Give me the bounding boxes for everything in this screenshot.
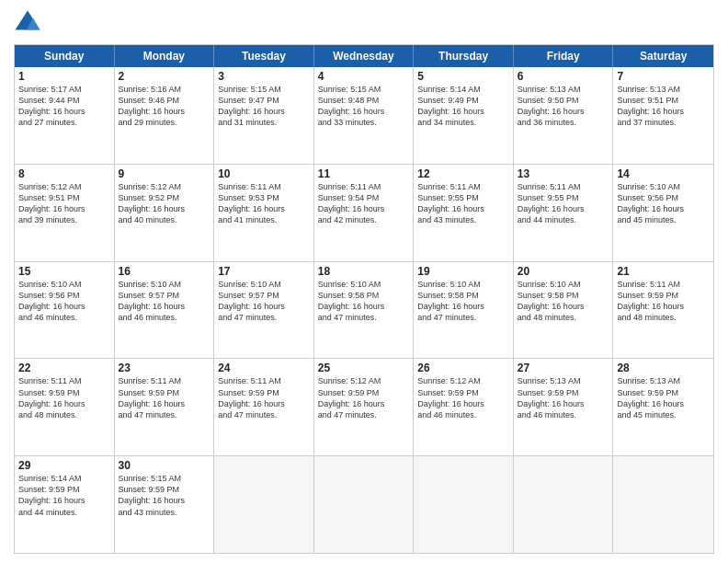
cell-info: Sunrise: 5:11 AM Sunset: 9:59 PM Dayligh… xyxy=(18,375,110,420)
cell-info: Sunrise: 5:10 AM Sunset: 9:58 PM Dayligh… xyxy=(318,279,410,324)
calendar: SundayMondayTuesdayWednesdayThursdayFrid… xyxy=(14,44,714,554)
day-number: 22 xyxy=(18,362,110,374)
logo-icon xyxy=(14,9,41,37)
cell-info: Sunrise: 5:11 AM Sunset: 9:55 PM Dayligh… xyxy=(417,181,509,226)
calendar-body: 1Sunrise: 5:17 AM Sunset: 9:44 PM Daylig… xyxy=(15,67,713,553)
cell-info: Sunrise: 5:11 AM Sunset: 9:59 PM Dayligh… xyxy=(617,279,710,324)
calendar-cell: 13Sunrise: 5:11 AM Sunset: 9:55 PM Dayli… xyxy=(514,165,614,261)
cell-info: Sunrise: 5:17 AM Sunset: 9:44 PM Dayligh… xyxy=(18,84,110,129)
header-day-friday: Friday xyxy=(514,45,614,67)
cell-info: Sunrise: 5:10 AM Sunset: 9:57 PM Dayligh… xyxy=(218,279,310,324)
cell-info: Sunrise: 5:11 AM Sunset: 9:53 PM Dayligh… xyxy=(218,181,310,226)
day-number: 14 xyxy=(617,167,710,180)
day-number: 28 xyxy=(617,362,710,374)
calendar-cell: 10Sunrise: 5:11 AM Sunset: 9:53 PM Dayli… xyxy=(214,165,314,261)
calendar-cell: 23Sunrise: 5:11 AM Sunset: 9:59 PM Dayli… xyxy=(115,359,215,455)
cell-info: Sunrise: 5:10 AM Sunset: 9:56 PM Dayligh… xyxy=(617,181,710,226)
calendar-cell: 26Sunrise: 5:12 AM Sunset: 9:59 PM Dayli… xyxy=(414,359,514,455)
calendar-cell: 1Sunrise: 5:17 AM Sunset: 9:44 PM Daylig… xyxy=(15,67,115,164)
calendar-cell: 6Sunrise: 5:13 AM Sunset: 9:50 PM Daylig… xyxy=(514,67,614,164)
calendar-cell: 4Sunrise: 5:15 AM Sunset: 9:48 PM Daylig… xyxy=(314,67,415,164)
calendar-cell: 3Sunrise: 5:15 AM Sunset: 9:47 PM Daylig… xyxy=(214,67,314,164)
calendar-cell: 14Sunrise: 5:10 AM Sunset: 9:56 PM Dayli… xyxy=(613,165,713,261)
day-number: 30 xyxy=(119,459,210,472)
calendar-row-1: 1Sunrise: 5:17 AM Sunset: 9:44 PM Daylig… xyxy=(15,67,713,165)
day-number: 25 xyxy=(318,362,410,374)
calendar-cell: 9Sunrise: 5:12 AM Sunset: 9:52 PM Daylig… xyxy=(115,165,215,261)
cell-info: Sunrise: 5:10 AM Sunset: 9:57 PM Dayligh… xyxy=(119,279,210,324)
calendar-cell xyxy=(214,456,314,553)
calendar-cell: 15Sunrise: 5:10 AM Sunset: 9:56 PM Dayli… xyxy=(15,262,115,359)
calendar-cell: 8Sunrise: 5:12 AM Sunset: 9:51 PM Daylig… xyxy=(15,165,115,261)
cell-info: Sunrise: 5:12 AM Sunset: 9:59 PM Dayligh… xyxy=(318,375,410,420)
day-number: 12 xyxy=(417,167,509,180)
calendar-cell: 18Sunrise: 5:10 AM Sunset: 9:58 PM Dayli… xyxy=(314,262,415,359)
day-number: 11 xyxy=(318,167,410,180)
cell-info: Sunrise: 5:15 AM Sunset: 9:59 PM Dayligh… xyxy=(119,473,210,518)
day-number: 13 xyxy=(518,167,609,180)
day-number: 4 xyxy=(318,70,410,83)
cell-info: Sunrise: 5:10 AM Sunset: 9:58 PM Dayligh… xyxy=(518,279,609,324)
logo xyxy=(14,9,45,37)
calendar-row-2: 8Sunrise: 5:12 AM Sunset: 9:51 PM Daylig… xyxy=(15,165,713,262)
calendar-cell: 2Sunrise: 5:16 AM Sunset: 9:46 PM Daylig… xyxy=(115,67,215,164)
calendar-cell xyxy=(514,456,614,553)
cell-info: Sunrise: 5:12 AM Sunset: 9:59 PM Dayligh… xyxy=(417,375,509,420)
day-number: 18 xyxy=(318,265,410,278)
cell-info: Sunrise: 5:12 AM Sunset: 9:52 PM Dayligh… xyxy=(119,181,210,226)
day-number: 10 xyxy=(218,167,310,180)
calendar-cell: 27Sunrise: 5:13 AM Sunset: 9:59 PM Dayli… xyxy=(514,359,614,455)
day-number: 27 xyxy=(518,362,609,374)
page: SundayMondayTuesdayWednesdayThursdayFrid… xyxy=(0,0,728,563)
day-number: 9 xyxy=(119,167,210,180)
calendar-header: SundayMondayTuesdayWednesdayThursdayFrid… xyxy=(15,45,713,67)
cell-info: Sunrise: 5:13 AM Sunset: 9:50 PM Dayligh… xyxy=(518,84,609,129)
cell-info: Sunrise: 5:10 AM Sunset: 9:56 PM Dayligh… xyxy=(18,279,110,324)
calendar-cell: 30Sunrise: 5:15 AM Sunset: 9:59 PM Dayli… xyxy=(115,456,215,553)
day-number: 2 xyxy=(119,70,210,83)
day-number: 6 xyxy=(518,70,609,83)
day-number: 3 xyxy=(218,70,310,83)
cell-info: Sunrise: 5:14 AM Sunset: 9:59 PM Dayligh… xyxy=(18,473,110,518)
day-number: 21 xyxy=(617,265,710,278)
day-number: 8 xyxy=(18,167,110,180)
calendar-cell xyxy=(613,456,713,553)
calendar-row-3: 15Sunrise: 5:10 AM Sunset: 9:56 PM Dayli… xyxy=(15,262,713,360)
cell-info: Sunrise: 5:13 AM Sunset: 9:59 PM Dayligh… xyxy=(617,375,710,420)
day-number: 5 xyxy=(417,70,509,83)
header-day-wednesday: Wednesday xyxy=(314,45,415,67)
cell-info: Sunrise: 5:13 AM Sunset: 9:51 PM Dayligh… xyxy=(617,84,710,129)
cell-info: Sunrise: 5:14 AM Sunset: 9:49 PM Dayligh… xyxy=(417,84,509,129)
header xyxy=(14,9,714,37)
cell-info: Sunrise: 5:11 AM Sunset: 9:59 PM Dayligh… xyxy=(218,375,310,420)
day-number: 20 xyxy=(518,265,609,278)
calendar-cell: 24Sunrise: 5:11 AM Sunset: 9:59 PM Dayli… xyxy=(214,359,314,455)
day-number: 7 xyxy=(617,70,710,83)
day-number: 23 xyxy=(119,362,210,374)
cell-info: Sunrise: 5:16 AM Sunset: 9:46 PM Dayligh… xyxy=(119,84,210,129)
cell-info: Sunrise: 5:12 AM Sunset: 9:51 PM Dayligh… xyxy=(18,181,110,226)
calendar-cell: 17Sunrise: 5:10 AM Sunset: 9:57 PM Dayli… xyxy=(214,262,314,359)
calendar-cell xyxy=(414,456,514,553)
calendar-cell: 29Sunrise: 5:14 AM Sunset: 9:59 PM Dayli… xyxy=(15,456,115,553)
calendar-cell: 28Sunrise: 5:13 AM Sunset: 9:59 PM Dayli… xyxy=(613,359,713,455)
cell-info: Sunrise: 5:13 AM Sunset: 9:59 PM Dayligh… xyxy=(518,375,609,420)
cell-info: Sunrise: 5:15 AM Sunset: 9:48 PM Dayligh… xyxy=(318,84,410,129)
header-day-tuesday: Tuesday xyxy=(214,45,314,67)
day-number: 19 xyxy=(417,265,509,278)
day-number: 17 xyxy=(218,265,310,278)
calendar-cell: 20Sunrise: 5:10 AM Sunset: 9:58 PM Dayli… xyxy=(514,262,614,359)
cell-info: Sunrise: 5:11 AM Sunset: 9:54 PM Dayligh… xyxy=(318,181,410,226)
cell-info: Sunrise: 5:11 AM Sunset: 9:55 PM Dayligh… xyxy=(518,181,609,226)
header-day-thursday: Thursday xyxy=(414,45,514,67)
calendar-cell: 11Sunrise: 5:11 AM Sunset: 9:54 PM Dayli… xyxy=(314,165,415,261)
day-number: 29 xyxy=(18,459,110,472)
cell-info: Sunrise: 5:15 AM Sunset: 9:47 PM Dayligh… xyxy=(218,84,310,129)
day-number: 1 xyxy=(18,70,110,83)
calendar-row-5: 29Sunrise: 5:14 AM Sunset: 9:59 PM Dayli… xyxy=(15,456,713,553)
calendar-cell: 22Sunrise: 5:11 AM Sunset: 9:59 PM Dayli… xyxy=(15,359,115,455)
calendar-cell: 21Sunrise: 5:11 AM Sunset: 9:59 PM Dayli… xyxy=(613,262,713,359)
header-day-sunday: Sunday xyxy=(15,45,115,67)
cell-info: Sunrise: 5:10 AM Sunset: 9:58 PM Dayligh… xyxy=(417,279,509,324)
calendar-cell: 19Sunrise: 5:10 AM Sunset: 9:58 PM Dayli… xyxy=(414,262,514,359)
